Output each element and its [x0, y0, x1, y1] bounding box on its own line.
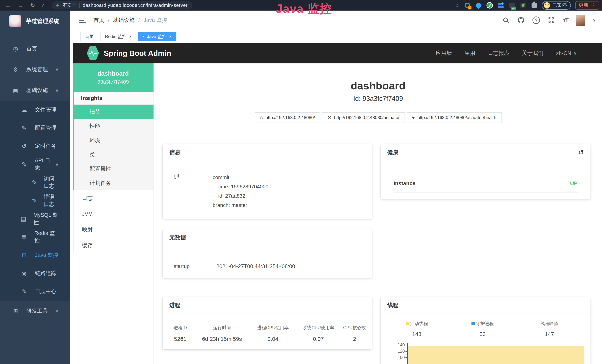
tab-home[interactable]: 首页: [80, 32, 98, 41]
sidebar-item[interactable]: ✎ 访问日志: [0, 173, 70, 192]
sba-sidebar: dashboard 93a3fc7f7409 Insights 细节 性能 环境…: [73, 64, 154, 364]
sidebar-item-label: MySQL 监控: [33, 211, 59, 226]
user-caret-icon[interactable]: ∨: [593, 18, 596, 23]
sba-item-caches[interactable]: 缓存: [73, 237, 153, 253]
sidebar-item[interactable]: ✎ API 日志 ∧: [0, 155, 70, 173]
user-avatar[interactable]: [576, 15, 585, 26]
sidebar-item-label: Java 监控: [35, 251, 58, 259]
history-icon[interactable]: ↺: [578, 149, 584, 156]
insights-item-scheduledtasks[interactable]: 计划任务: [74, 176, 153, 190]
font-size-icon[interactable]: тT: [563, 17, 568, 23]
sidebar-item-label: 基础设施: [26, 86, 48, 94]
sidebar-item[interactable]: ↺ 定时任务: [0, 137, 70, 155]
breadcrumb: 首页 / 基础设施 / Java 监控: [93, 17, 167, 24]
sidebar-item[interactable]: ▤ MySQL 监控: [0, 210, 70, 228]
service-url-button[interactable]: ⌂ http://192.168.0.2:48080/: [255, 112, 320, 123]
app-logo-row[interactable]: 芋道管理系统: [0, 11, 70, 32]
browser-reload-icon[interactable]: ↻: [30, 2, 35, 9]
app-title: 芋道管理系统: [26, 17, 59, 25]
sidebar-item[interactable]: ☁ 文件管理: [0, 101, 70, 119]
instance-header[interactable]: dashboard 93a3fc7f7409: [73, 64, 153, 92]
sidebar-item[interactable]: ▣ 基础设施 ∧: [0, 80, 70, 101]
extension-leaf-icon[interactable]: [520, 2, 526, 9]
sidebar-item[interactable]: ✎ 日志中心: [0, 282, 70, 300]
bookmark-star-icon[interactable]: ☆: [455, 2, 460, 9]
security-label[interactable]: 不安全: [63, 2, 76, 8]
sba-nav-wallboard[interactable]: 应用墙: [436, 50, 452, 57]
info-git-value: commit: time: 1596289704000 id: 27aa832 …: [213, 173, 269, 210]
close-icon[interactable]: ×: [129, 34, 132, 39]
wrench-icon: ⚒: [327, 115, 332, 120]
sidebar-item[interactable]: ◉ 链路追踪: [0, 264, 70, 282]
sidebar-item-label: 日志中心: [35, 288, 56, 295]
sidebar-item[interactable]: ⚙ 系统管理 ∨: [0, 59, 70, 80]
extension-orange-icon[interactable]: 1: [464, 2, 471, 9]
sba-brand-title[interactable]: Spring Boot Admin: [104, 49, 171, 57]
axis-tick-120: 120: [391, 349, 405, 354]
breadcrumb-infra[interactable]: 基础设施: [113, 17, 135, 24]
extension-grid-icon[interactable]: [497, 2, 504, 9]
sba-locale-select[interactable]: zh-CN ∨: [556, 50, 577, 56]
browser-home-icon[interactable]: ⌂: [42, 2, 45, 9]
sidebar-item[interactable]: ✎ 配置管理: [0, 119, 70, 137]
browser-update-button[interactable]: 更新 ⋮: [575, 1, 599, 10]
actuator-url-button[interactable]: ⚒ http://192.168.0.2:48080/actuator: [322, 112, 405, 123]
insights-item-classes[interactable]: 类: [74, 147, 153, 162]
extension-on-icon[interactable]: on: [509, 2, 515, 9]
extensions-puzzle-icon[interactable]: [531, 2, 538, 9]
sba-item-logfile[interactable]: 日志: [73, 190, 153, 206]
sba-nav-journal[interactable]: 日志报表: [488, 50, 509, 57]
sidebar-item[interactable]: ⊡ Java 监控: [0, 246, 70, 264]
insights-item-configprops[interactable]: 配置属性: [74, 162, 153, 176]
browser-back-icon[interactable]: ←: [5, 2, 11, 9]
sba-logo-icon[interactable]: [87, 46, 99, 60]
insights-item-environment[interactable]: 环境: [74, 133, 153, 147]
hamburger-icon[interactable]: [79, 18, 86, 23]
tab-label: Java 监控: [147, 33, 166, 40]
threads-legend: 活动线程 143 守护进程 53 线程峰值 147: [384, 321, 587, 337]
app-sidebar: 芋道管理系统 ◷ 首页 ⚙ 系统管理 ∨ ▣ 基础设施 ∧ ☁ 文件管理 ✎ 配…: [0, 11, 70, 364]
health-url-button[interactable]: ♥ http://192.168.0.2:48080/actuator/heal…: [407, 112, 502, 123]
app-logo: [9, 15, 21, 27]
sidebar-item[interactable]: ◷ 首页: [0, 38, 70, 59]
tab-java-monitor[interactable]: ● Java 监控 ×: [138, 32, 176, 41]
process-syscpu-value: 0.07: [296, 336, 341, 342]
extension-y-icon[interactable]: y: [486, 2, 493, 9]
github-icon[interactable]: [517, 17, 525, 24]
search-icon[interactable]: [502, 17, 509, 24]
breadcrumb-home[interactable]: 首页: [93, 17, 104, 24]
card-info: 信息 git commit: time: 1596289704000 id: 2…: [163, 144, 372, 219]
locale-label: zh-CN: [556, 50, 571, 56]
tab-redis-monitor[interactable]: Redis 监控 ×: [100, 32, 136, 41]
fullscreen-icon[interactable]: [548, 17, 555, 24]
url-text[interactable]: dashboard.yudao.iocoder.cn/infra/admin-s…: [83, 2, 188, 8]
page-instance-id: Id: 93a3fc7f7409: [154, 95, 602, 103]
insights-item-details[interactable]: 细节: [74, 105, 153, 119]
browser-menu-icon[interactable]: ⋮: [591, 2, 596, 8]
sba-item-mappings[interactable]: 映射: [73, 222, 153, 237]
card-health: 健康 ↺ Instance UP: [381, 144, 591, 199]
sidebar-item-label: 错误日志: [43, 193, 59, 208]
sidebar-item[interactable]: ⊞ 研发工具 ∨: [0, 300, 70, 321]
close-icon[interactable]: ×: [169, 34, 172, 39]
sba-nav-applications[interactable]: 应用: [464, 50, 475, 57]
extension-pin-icon[interactable]: [475, 2, 482, 9]
help-icon[interactable]: ?: [532, 17, 540, 24]
menu-icon: ⊡: [20, 252, 29, 259]
browser-forward-icon[interactable]: →: [18, 2, 23, 9]
sidebar-item[interactable]: ✎ 错误日志: [0, 192, 70, 210]
sidebar-item-label: 首页: [26, 45, 37, 53]
sba-nav-about[interactable]: 关于我们: [522, 50, 543, 57]
peak-threads-value: 147: [516, 331, 583, 337]
sidebar-item-label: 系统管理: [26, 66, 48, 73]
peak-threads-label: 线程峰值: [540, 321, 558, 327]
insights-item-metrics[interactable]: 性能: [74, 119, 153, 133]
process-col-pid: 进程ID: [166, 325, 194, 331]
sidebar-item[interactable]: ≣ Redis 监控: [0, 228, 70, 246]
instance-name: dashboard: [97, 70, 129, 77]
health-instance-label: Instance: [394, 181, 416, 187]
chevron-icon: ∨: [55, 67, 59, 72]
profile-paused-pill[interactable]: 已暂停: [542, 1, 571, 10]
address-bar[interactable]: ⚠ 不安全 dashboard.yudao.iocoder.cn/infra/a…: [52, 1, 192, 10]
sba-item-jvm[interactable]: JVM: [73, 206, 153, 222]
